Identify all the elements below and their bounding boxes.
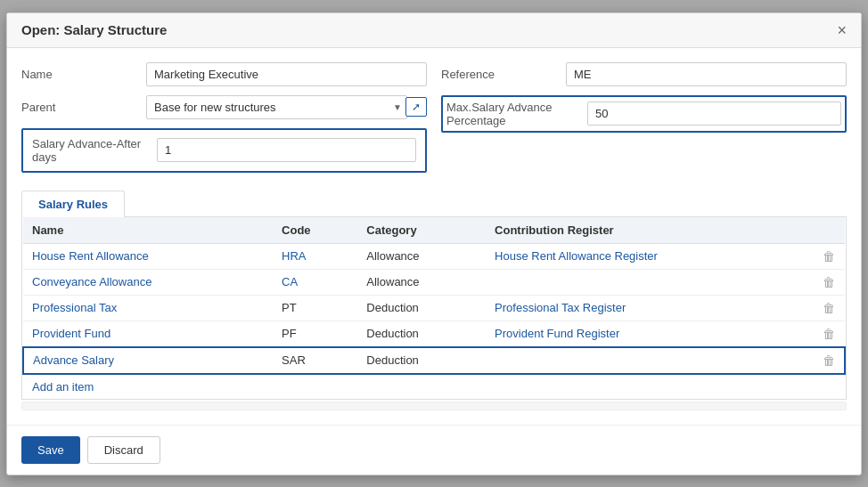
row-name-link[interactable]: Professional Tax <box>32 301 117 314</box>
cell-register: Provident Fund Register <box>486 321 814 347</box>
row-name-link[interactable]: House Rent Allowance <box>32 249 149 263</box>
salary-rules-table-wrap: Name Code Category Contribution Register… <box>21 217 847 400</box>
cell-register: Professional Tax Register <box>486 295 814 321</box>
discard-button[interactable]: Discard <box>87 436 160 464</box>
cell-name: Conveyance Allowance <box>23 269 273 295</box>
cell-delete: 🗑 <box>814 295 845 321</box>
max-salary-row: Max.Salary Advance Percentage <box>446 101 841 127</box>
name-input[interactable] <box>146 62 427 86</box>
form-left: Name Parent Base for new structures ▼ <box>21 62 427 183</box>
row-code-link[interactable]: HRA <box>282 249 306 263</box>
cell-category: Deduction <box>357 295 486 321</box>
cell-code: PF <box>273 321 357 347</box>
salary-rules-table: Name Code Category Contribution Register… <box>22 217 846 399</box>
table-row[interactable]: House Rent AllowanceHRAAllowanceHouse Re… <box>23 243 845 269</box>
delete-row-icon[interactable]: 🗑 <box>823 353 835 368</box>
delete-row-icon[interactable]: 🗑 <box>823 249 835 264</box>
cell-name: Professional Tax <box>23 295 273 321</box>
cell-category: Allowance <box>357 269 486 295</box>
max-salary-input[interactable] <box>587 101 841 126</box>
parent-select-wrap: Base for new structures ▼ ➚ <box>146 95 427 119</box>
cell-name: Provident Fund <box>23 321 273 347</box>
row-register-link[interactable]: House Rent Allowance Register <box>495 249 658 263</box>
scroll-bar[interactable] <box>21 402 847 410</box>
col-name: Name <box>23 217 273 244</box>
form-area: Name Parent Base for new structures ▼ <box>21 62 847 183</box>
add-item-link[interactable]: Add an item <box>32 380 94 394</box>
row-code-link[interactable]: CA <box>282 275 298 288</box>
table-row[interactable]: Professional TaxPTDeductionProfessional … <box>23 295 845 321</box>
cell-code: CA <box>273 269 357 295</box>
max-salary-label: Max.Salary Advance Percentage <box>446 101 580 127</box>
cell-register: House Rent Allowance Register <box>486 243 814 269</box>
col-action <box>814 217 845 244</box>
parent-row: Parent Base for new structures ▼ ➚ <box>21 95 427 119</box>
add-item-cell[interactable]: Add an item <box>23 374 845 399</box>
reference-row: Reference <box>441 62 847 86</box>
modal-header: Open: Salary Structure × <box>7 13 861 48</box>
col-category: Category <box>357 217 486 244</box>
external-link-icon: ➚ <box>412 101 421 113</box>
col-contribution: Contribution Register <box>486 217 814 244</box>
cell-code: SAR <box>273 347 357 374</box>
parent-select[interactable]: Base for new structures <box>146 95 407 119</box>
cell-register <box>486 347 814 374</box>
cell-category: Deduction <box>357 321 486 347</box>
save-button[interactable]: Save <box>21 436 80 464</box>
close-button[interactable]: × <box>837 22 847 38</box>
cell-delete: 🗑 <box>814 321 845 347</box>
reference-input[interactable] <box>566 62 847 86</box>
advance-salary-box: Salary Advance-After days <box>21 128 427 173</box>
delete-row-icon[interactable]: 🗑 <box>823 301 835 315</box>
advance-label: Salary Advance-After days <box>32 137 157 164</box>
delete-row-icon[interactable]: 🗑 <box>823 275 835 289</box>
row-register-link[interactable]: Professional Tax Register <box>495 301 626 314</box>
row-register-link[interactable]: Provident Fund Register <box>495 327 619 340</box>
row-name-link[interactable]: Provident Fund <box>32 327 111 340</box>
cell-delete: 🗑 <box>814 347 845 374</box>
table-row[interactable]: Advance SalarySARDeduction🗑 <box>23 347 845 374</box>
salary-structure-modal: Open: Salary Structure × Name Parent <box>6 12 862 475</box>
table-header-row: Name Code Category Contribution Register <box>23 217 845 244</box>
row-name-link[interactable]: Conveyance Allowance <box>32 275 151 288</box>
modal-body: Name Parent Base for new structures ▼ <box>7 48 861 425</box>
cell-code: PT <box>273 295 357 321</box>
cell-name: House Rent Allowance <box>23 243 273 269</box>
name-row: Name <box>21 62 427 86</box>
cell-delete: 🗑 <box>814 243 845 269</box>
max-salary-box: Max.Salary Advance Percentage <box>441 95 847 133</box>
tabs-bar: Salary Rules <box>21 191 847 217</box>
cell-category: Allowance <box>357 243 486 269</box>
tab-salary-rules[interactable]: Salary Rules <box>21 191 125 217</box>
row-name-link[interactable]: Advance Salary <box>33 353 114 367</box>
advance-row: Salary Advance-After days <box>32 137 416 164</box>
cell-name: Advance Salary <box>23 347 273 374</box>
cell-delete: 🗑 <box>814 269 845 295</box>
table-row[interactable]: Provident FundPFDeductionProvident Fund … <box>23 321 845 347</box>
form-right: Reference Max.Salary Advance Percentage <box>441 62 847 183</box>
modal-title: Open: Salary Structure <box>21 22 167 37</box>
cell-code: HRA <box>273 243 357 269</box>
footer-buttons: Save Discard <box>7 425 861 475</box>
reference-label: Reference <box>441 68 566 81</box>
cell-category: Deduction <box>357 347 486 374</box>
col-code: Code <box>273 217 357 244</box>
modal-overlay: Open: Salary Structure × Name Parent <box>0 0 868 487</box>
cell-register <box>486 269 814 295</box>
table-row[interactable]: Conveyance AllowanceCAAllowance🗑 <box>23 269 845 295</box>
add-item-row[interactable]: Add an item <box>23 374 845 399</box>
advance-input[interactable] <box>157 138 416 162</box>
external-link-button[interactable]: ➚ <box>405 97 427 117</box>
parent-label: Parent <box>21 101 146 114</box>
delete-row-icon[interactable]: 🗑 <box>823 327 835 341</box>
name-label: Name <box>21 68 146 81</box>
